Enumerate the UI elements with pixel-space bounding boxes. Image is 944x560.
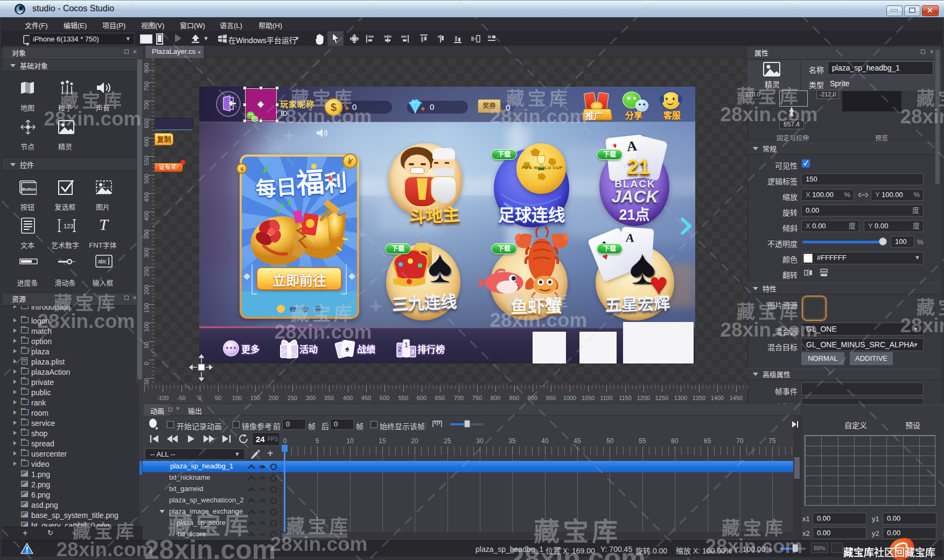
svg-text:1: 1 bbox=[404, 341, 408, 349]
svg-text:abc: abc bbox=[98, 258, 107, 264]
svg-text:Button: Button bbox=[22, 187, 36, 192]
svg-text:3: 3 bbox=[411, 348, 414, 355]
svg-text:123: 123 bbox=[64, 223, 73, 229]
svg-text:2: 2 bbox=[398, 346, 402, 353]
